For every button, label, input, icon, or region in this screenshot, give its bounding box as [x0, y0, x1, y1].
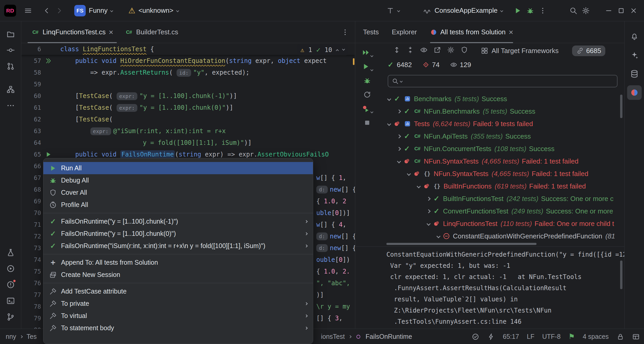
close-tab-icon[interactable]: ×	[109, 28, 113, 36]
test-tree-row[interactable]: ✓Benchmarks(5 tests)Success	[355, 93, 624, 105]
forward-button[interactable]	[53, 4, 65, 17]
test-tree-row[interactable]: ✓ConvertFunctionsTest(249 tests)Success:…	[355, 205, 624, 217]
code-line[interactable]: 62 [TestCase(	[21, 113, 355, 125]
rider-logo[interactable]: RD	[4, 5, 16, 17]
tab-options-icon[interactable]	[341, 28, 349, 36]
highlighting-flag-icon[interactable]: ⚑	[568, 332, 575, 341]
test-tree-row[interactable]: ✓C#NFun.ApiTests(355 tests)Success	[355, 130, 624, 142]
prev-problem-icon[interactable]	[336, 49, 339, 52]
commit-tool-button[interactable]	[3, 43, 18, 57]
database-tool-button[interactable]	[627, 67, 642, 81]
menu-item[interactable]: To virtual	[43, 310, 313, 322]
test-tree-row[interactable]: {}NFun.SyntaxTests(4,665 tests)Failed: 1…	[355, 167, 624, 180]
tree-chevron-icon[interactable]	[437, 234, 441, 238]
build-widget[interactable]	[384, 5, 402, 16]
breadcrumb-left[interactable]: nny Tes	[6, 329, 37, 344]
menu-item[interactable]: ✓FailsOnRuntime("iSum(r:int, x:int):int …	[43, 240, 313, 252]
status-check-icon[interactable]	[472, 333, 479, 341]
tree-chevron-icon[interactable]	[417, 184, 421, 188]
debug-selected-tests-button[interactable]	[363, 74, 371, 85]
tab-explorer[interactable]: Explorer	[392, 21, 417, 43]
tree-chevron-icon[interactable]	[427, 197, 431, 201]
tree-chevron-icon[interactable]	[387, 97, 391, 101]
run-button[interactable]	[512, 4, 524, 17]
lock-icon[interactable]	[616, 333, 624, 341]
more-actions-button[interactable]	[536, 4, 549, 17]
breadcrumb-item[interactable]: Tes	[26, 333, 37, 340]
project-tool-button[interactable]	[3, 27, 18, 41]
line-separator[interactable]: LF	[527, 333, 534, 340]
breadcrumb-member[interactable]: FailsOnRuntime	[366, 333, 412, 340]
layout-icon[interactable]	[632, 333, 640, 341]
tree-chevron-icon[interactable]	[397, 109, 401, 113]
collapse-all-button[interactable]	[406, 46, 414, 56]
menu-item[interactable]: To statement body	[43, 322, 313, 334]
code-line[interactable]: 58 => expr.AssertReturns( id:"y", expect…	[21, 67, 355, 78]
test-tree-row[interactable]: LinqFunctionsTest(110 tests)Failed: One …	[355, 217, 624, 230]
terminal-tool-button[interactable]	[3, 294, 18, 308]
structure-tool-button[interactable]	[3, 82, 18, 97]
test-tree-row[interactable]: ConstantEquationWithGenericPredefinedFun…	[355, 230, 624, 242]
caret-position[interactable]: 65:17	[503, 333, 519, 340]
settings-button[interactable]	[580, 4, 592, 17]
power-save-icon[interactable]	[487, 333, 495, 341]
test-tree-row[interactable]: ✓C#NFun.Benchmarks(5 tests)Success	[355, 105, 624, 118]
horizontal-scrollbar[interactable]	[386, 243, 536, 245]
test-output-pane[interactable]: ConstantEquationWithGenericPredefinedFun…	[355, 246, 624, 329]
tree-chevron-icon[interactable]	[427, 222, 431, 226]
target-frameworks-selector[interactable]: All Target Frameworks	[481, 47, 559, 55]
menu-item[interactable]: To private	[43, 297, 313, 310]
menu-item[interactable]: Cover All	[43, 186, 313, 199]
file-encoding[interactable]: UTF-8	[542, 333, 561, 340]
menu-item[interactable]: Run All	[43, 162, 313, 174]
project-widget[interactable]: FS Funny	[72, 3, 115, 18]
unit-tests-panel-button[interactable]	[627, 85, 642, 100]
code-line[interactable]: 64 y = fold([100][1:1], iSum)")]	[21, 137, 355, 148]
tab-all-tests-from-solution[interactable]: All tests from Solution ×	[430, 21, 513, 43]
menu-item[interactable]: Create New Session	[43, 269, 313, 281]
tree-chevron-icon[interactable]	[397, 134, 401, 138]
maximize-button[interactable]	[615, 4, 627, 17]
indent-setting[interactable]: 4 spaces	[583, 333, 609, 340]
unit-tests-tool-button[interactable]	[3, 245, 18, 260]
output-scrollbar[interactable]	[620, 261, 622, 289]
test-tree-row[interactable]: Tests(6,624 tests)Failed: 9 tests failed	[355, 118, 624, 130]
tree-chevron-icon[interactable]	[387, 122, 391, 126]
search-everywhere-button[interactable]	[567, 4, 580, 17]
open-in-button[interactable]	[433, 46, 441, 56]
menu-item[interactable]: Profile All	[43, 199, 313, 211]
test-tree-row[interactable]: ✓C#NFun.ConcurrentTests(108 tests)Succes…	[355, 142, 624, 155]
code-line[interactable]: 60 [TestCase( expr:"y = [1..100].chunk(-…	[21, 90, 355, 102]
problems-tool-button[interactable]	[3, 277, 18, 292]
breadcrumb-file[interactable]: ionsTest	[321, 333, 345, 340]
tree-chevron-icon[interactable]	[407, 172, 411, 176]
ai-assistant-tool-button[interactable]	[627, 48, 642, 62]
close-tab-icon[interactable]: ×	[509, 28, 513, 36]
run-configuration-widget[interactable]: ConsoleAppExample	[420, 5, 505, 16]
menu-item[interactable]: Debug All	[43, 174, 313, 186]
pull-requests-tool-button[interactable]	[3, 59, 18, 74]
tree-chevron-icon[interactable]	[427, 209, 431, 213]
tests-search-field[interactable]	[388, 75, 618, 87]
tree-chevron-icon[interactable]	[397, 147, 401, 151]
run-tool-button[interactable]	[3, 261, 18, 276]
test-tree-row[interactable]: C#NFun.SyntaxTests(4,665 tests)Failed: 1…	[355, 155, 624, 167]
run-all-tests-button[interactable]	[362, 46, 373, 57]
gutter-play-icon[interactable]	[41, 151, 56, 158]
notifications-button[interactable]	[627, 29, 642, 44]
tab-linqfunctionstest[interactable]: C# LinqFunctionsTest.cs ×	[25, 21, 119, 43]
gutter-run-icon[interactable]	[41, 57, 56, 64]
tab-buildertest[interactable]: C# BuilderTest.cs	[119, 21, 184, 43]
more-tools-button[interactable]	[3, 98, 18, 113]
code-line[interactable]: 63 expr:@"iSum(r:int, x:int):int = r+x	[21, 125, 355, 137]
breadcrumb-right[interactable]: ionsTest FailsOnRuntime	[321, 329, 412, 344]
main-menu-button[interactable]	[22, 4, 34, 17]
breadcrumb-item[interactable]: nny	[6, 333, 16, 340]
tree-chevron-icon[interactable]	[397, 159, 401, 163]
minimize-button[interactable]	[602, 4, 615, 17]
menu-item[interactable]: ✓FailsOnRuntime("y = [1..100].chunk(0)")	[43, 228, 313, 240]
back-button[interactable]	[41, 4, 53, 17]
code-line[interactable]: 57 public void HiOrderFunConstantEquatat…	[21, 55, 355, 67]
shield-button[interactable]	[460, 46, 468, 56]
eye-button[interactable]	[420, 46, 428, 56]
